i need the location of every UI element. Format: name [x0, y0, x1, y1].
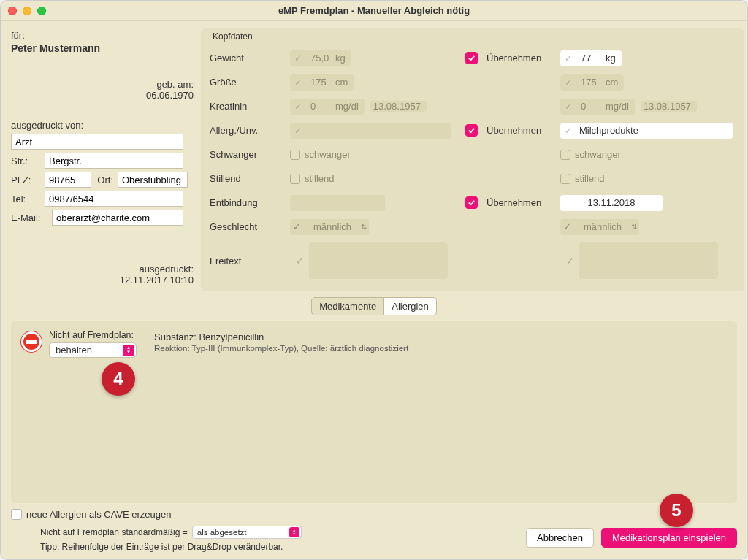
allerg-label: Allerg./Unv. — [210, 125, 290, 136]
stillend-label: Stillend — [210, 173, 290, 184]
check-icon: ✓ — [560, 123, 576, 139]
geb-date: 06.06.1970 — [11, 90, 194, 101]
entbindung-left — [290, 195, 385, 211]
callout-4: 4 — [102, 362, 135, 396]
bottom-bar: neue Allergien als CAVE erzeugen Nicht a… — [1, 503, 747, 559]
email-label: E-Mail: — [11, 212, 52, 223]
kopfdaten-header: Kopfdaten — [213, 31, 736, 42]
kreatinin-label: Kreatinin — [210, 101, 290, 112]
entbindung-right-date[interactable]: 13.11.2018 — [560, 195, 663, 211]
einspielen-button[interactable]: Medikationsplan einspielen — [601, 528, 737, 548]
freitext-left-box — [309, 242, 448, 279]
check-icon: ✓ — [290, 99, 306, 115]
ausgedruckt-label: ausgedruckt: — [11, 264, 194, 275]
plz-input[interactable] — [45, 172, 91, 188]
tab-medikamente[interactable]: Medikamente — [311, 297, 384, 315]
schwanger-left: schwanger — [290, 149, 351, 160]
kreatinin-right-box: ✓ 0 mg/dl — [560, 99, 635, 115]
groesse-label: Größe — [210, 77, 290, 88]
ort-input[interactable] — [118, 172, 188, 188]
chevron-updown-icon: ⇅ — [359, 223, 369, 231]
check-icon: ✓ — [560, 74, 576, 91]
arzt-input[interactable] — [11, 134, 183, 150]
ausgedruckt-timestamp: 12.11.2017 10:10 — [11, 275, 194, 285]
chevron-updown-icon: ▲▼ — [289, 527, 299, 537]
kreatinin-left-box: ✓ 0 mg/dl — [290, 99, 365, 115]
str-input[interactable] — [45, 153, 183, 169]
gewicht-left-box: ✓ 75,0 kg — [290, 50, 351, 66]
titlebar: eMP Fremdplan - Manueller Abgleich nötig — [1, 1, 747, 21]
allerg-right-box[interactable]: ✓ Milchprodukte — [560, 123, 733, 139]
geb-am-label: geb. am: — [11, 79, 194, 90]
ausgedruckt-von-label: ausgedruckt von: — [11, 120, 194, 131]
check-icon: ✓ — [560, 256, 579, 266]
fuer-label: für: — [11, 30, 194, 41]
email-input[interactable] — [52, 210, 183, 226]
check-icon: ✓ — [290, 123, 306, 139]
uebernehmen-label: Übernehmen — [486, 53, 541, 64]
uebernehmen-checkbox[interactable] — [465, 52, 478, 64]
freitext-label: Freitext — [210, 256, 290, 266]
cancel-button[interactable]: Abbrechen — [526, 528, 594, 548]
schwanger-label: Schwanger — [210, 149, 290, 160]
chevron-updown-icon: ▲▼ — [123, 345, 134, 356]
plz-label: PLZ: — [11, 174, 45, 185]
check-icon: ✓ — [290, 256, 309, 266]
ort-label: Ort: — [91, 174, 118, 185]
check-icon: ✓ — [293, 221, 306, 232]
tab-allergien[interactable]: Allergien — [384, 297, 437, 315]
gewicht-right-box[interactable]: ✓ 77 kg — [560, 50, 622, 66]
nicht-auf-fremdplan-label: Nicht auf Fremdplan: — [49, 330, 137, 340]
tel-label: Tel: — [11, 193, 45, 204]
gewicht-label: Gewicht — [210, 53, 290, 64]
callout-5: 5 — [660, 494, 693, 527]
str-label: Str.: — [11, 156, 45, 166]
window-title: eMP Fremdplan - Manueller Abgleich nötig — [1, 5, 747, 16]
freitext-right-box — [579, 242, 718, 279]
groesse-left-box: ✓ 175 cm — [290, 74, 354, 91]
check-icon: ✓ — [563, 221, 576, 232]
stillend-left: stillend — [290, 173, 334, 184]
allerg-left-box: ✓ — [290, 123, 451, 139]
kopfdaten-panel: Kopfdaten Gewicht ✓ 75,0 kg Übernehmen — [201, 28, 744, 291]
patient-name: Peter Mustermann — [11, 42, 194, 54]
substanz-line: Substanz: Benzylpenicillin — [154, 331, 408, 342]
check-icon: ✓ — [290, 50, 306, 66]
groesse-right-box: ✓ 175 cm — [560, 74, 624, 91]
cave-label: neue Allergien als CAVE erzeugen — [26, 509, 172, 520]
allergy-panel: Nicht auf Fremdplan: behalten ▲▼ Substan… — [11, 321, 737, 503]
check-icon: ✓ — [290, 74, 306, 91]
tel-input[interactable] — [45, 191, 183, 207]
stillend-right: stillend — [560, 173, 604, 184]
check-icon: ✓ — [560, 50, 576, 66]
reaktion-line: Reaktion: Typ-III (Immunkomplex-Typ), Qu… — [154, 344, 408, 353]
schwanger-right: schwanger — [560, 149, 621, 160]
kreatinin-left-date: 13.08.1957 — [370, 101, 427, 112]
std-select[interactable]: als abgesetzt ▲▼ — [192, 526, 302, 539]
check-icon: ✓ — [560, 99, 576, 115]
chevron-updown-icon: ⇅ — [629, 223, 639, 231]
segmented-control: Medikamente Allergien — [311, 297, 437, 315]
std-label: Nicht auf Fremdplan standardmäßig = — [40, 527, 188, 537]
geschlecht-right-select: ✓ männlich ⇅ — [560, 219, 639, 235]
uebernehmen-checkbox[interactable] — [465, 196, 478, 209]
cave-checkbox[interactable] — [11, 509, 22, 520]
entbindung-label: Entbindung — [210, 197, 290, 208]
kreatinin-right-date: 13.08.1957 — [641, 101, 697, 112]
nicht-auf-fremdplan-select[interactable]: behalten ▲▼ — [49, 342, 137, 358]
geschlecht-label: Geschlecht — [210, 221, 290, 232]
uebernehmen-checkbox[interactable] — [465, 124, 478, 137]
geschlecht-left-select: ✓ männlich ⇅ — [290, 219, 369, 235]
forbidden-icon — [21, 331, 42, 352]
